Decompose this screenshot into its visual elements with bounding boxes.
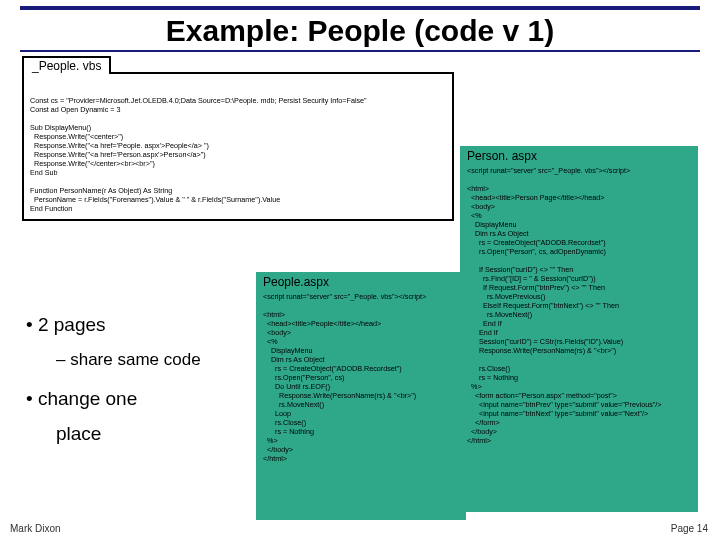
slide-title: Example: People (code v 1) — [0, 14, 720, 48]
person-aspx-code: <script runat="server" src="_People. vbs… — [461, 163, 697, 451]
footer-author: Mark Dixon — [10, 523, 61, 534]
vbs-code: Const cs = "Provider=Microsoft.Jet.OLEDB… — [24, 92, 452, 219]
bullet-2-pages: • 2 pages — [26, 310, 201, 339]
person-aspx-panel: Person. aspx <script runat="server" src=… — [460, 146, 698, 512]
footer-page-number: Page 14 — [671, 523, 708, 534]
people-aspx-panel: People.aspx <script runat="server" src="… — [256, 272, 466, 520]
bullet-place: place — [56, 419, 201, 448]
bullet-share-code: – share same code — [56, 347, 201, 373]
bullet-change-one: • change one — [26, 384, 201, 413]
person-aspx-title: Person. aspx — [461, 147, 697, 163]
people-aspx-title: People.aspx — [257, 273, 465, 289]
vbs-filename-tab: _People. vbs — [22, 56, 111, 74]
people-aspx-code: <script runat="server" src="_People. vbs… — [257, 289, 465, 469]
title-rule — [20, 50, 700, 52]
vbs-module-box: _People. vbs Const cs = "Provider=Micros… — [22, 72, 454, 221]
top-rule — [20, 6, 700, 10]
bullet-list: • 2 pages – share same code • change one… — [26, 310, 201, 449]
